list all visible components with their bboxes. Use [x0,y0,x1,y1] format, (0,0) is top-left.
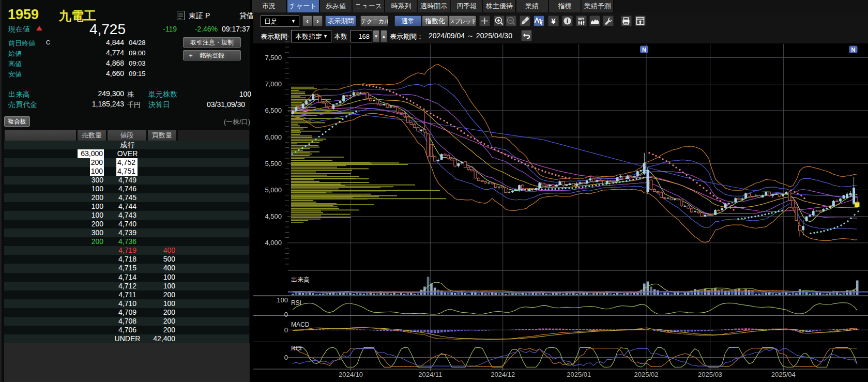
svg-text:6,000: 6,000 [265,133,282,141]
svg-text:7,000: 7,000 [265,80,282,88]
svg-text:RCI: RCI [291,345,302,352]
svg-text:2024/10: 2024/10 [339,371,363,378]
svg-text:RSI: RSI [291,299,301,307]
svg-text:0: 0 [284,311,288,318]
svg-text:4,000: 4,000 [265,239,282,247]
svg-text:2025/04: 2025/04 [771,371,796,378]
svg-text:2024/11: 2024/11 [418,371,442,378]
svg-text:出来高: 出来高 [291,276,310,283]
svg-text:6,500: 6,500 [265,106,282,114]
svg-text:N: N [642,47,646,53]
svg-text:2025/01: 2025/01 [567,371,591,378]
svg-text:2024/12: 2024/12 [491,371,515,378]
svg-text:5,000: 5,000 [265,186,282,194]
svg-text:0: 0 [284,326,288,334]
svg-text:100: 100 [277,296,288,304]
svg-text:5,500: 5,500 [265,160,282,167]
svg-text:N: N [851,47,856,53]
svg-text:MACD: MACD [291,321,310,328]
svg-text:4,500: 4,500 [265,212,282,220]
svg-text:7,500: 7,500 [265,54,282,62]
svg-text:2025/03: 2025/03 [698,371,722,378]
svg-text:2025/02: 2025/02 [634,371,659,378]
svg-text:0: 0 [284,354,288,361]
